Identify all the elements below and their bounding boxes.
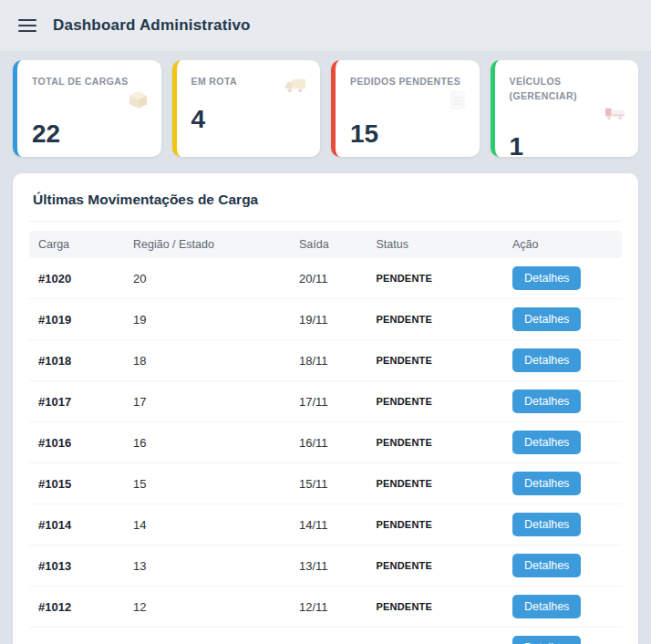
clipboard-icon [448, 89, 467, 114]
table-row: #1015 15 15/11 PENDENTE Detalhes [29, 463, 622, 504]
status-cell: PENDENTE [367, 463, 504, 504]
detalhes-button[interactable]: Detalhes [512, 431, 581, 454]
menu-hamburger-icon[interactable] [18, 19, 36, 32]
saida-cell: 14/11 [290, 504, 367, 545]
status-cell: PENDENTE [367, 504, 504, 545]
cargas-table: Carga Região / Estado Saída Status Ação … [29, 231, 622, 644]
regiao-cell: 16 [124, 422, 290, 463]
regiao-cell: 14 [124, 504, 290, 545]
carga-cell: #1011 [29, 628, 124, 644]
regiao-cell: 13 [124, 545, 290, 587]
table-row: #1011 11 11/11 PENDENTE Detalhes [29, 628, 622, 644]
detalhes-button[interactable]: Detalhes [512, 636, 581, 644]
carga-cell: #1013 [29, 545, 124, 587]
carga-cell: #1018 [29, 340, 124, 381]
card-value: 1 [510, 134, 626, 160]
carga-cell: #1014 [29, 504, 124, 545]
stat-cards-row: TOTAL DE CARGAS 22 EM ROTA [13, 60, 638, 157]
status-cell: PENDENTE [367, 422, 504, 463]
saida-cell: 15/11 [290, 463, 367, 504]
saida-cell: 17/11 [290, 381, 367, 422]
status-cell: PENDENTE [367, 258, 504, 299]
status-cell: PENDENTE [367, 340, 504, 381]
carga-cell: #1019 [29, 299, 124, 340]
column-header-regiao: Região / Estado [124, 231, 290, 258]
saida-cell: 13/11 [290, 545, 367, 587]
card-pedidos-pendentes: PEDIDOS PENDENTES 15 [331, 60, 480, 157]
card-label: PEDIDOS PENDENTES [350, 75, 460, 89]
detalhes-button[interactable]: Detalhes [512, 513, 581, 536]
table-row: #1020 20 20/11 PENDENTE Detalhes [29, 258, 622, 299]
movimentacoes-panel: Últimas Movimentações de Carga Carga Reg… [13, 173, 638, 644]
column-header-status: Status [367, 231, 504, 258]
table-header-row: Carga Região / Estado Saída Status Ação [29, 231, 622, 258]
card-label: EM ROTA [191, 75, 237, 89]
column-header-acao: Ação [503, 231, 622, 258]
detalhes-button[interactable]: Detalhes [512, 472, 581, 495]
table-body: #1020 20 20/11 PENDENTE Detalhes #1019 1… [29, 258, 622, 644]
card-em-rota: EM ROTA 4 [172, 60, 321, 157]
delivery-truck-icon [284, 75, 307, 99]
table-row: #1016 16 16/11 PENDENTE Detalhes [29, 422, 622, 463]
carga-cell: #1012 [29, 587, 124, 628]
saida-cell: 16/11 [290, 422, 367, 463]
saida-cell: 19/11 [290, 299, 367, 340]
status-cell: PENDENTE [367, 545, 504, 587]
regiao-cell: 12 [124, 587, 290, 628]
regiao-cell: 15 [124, 463, 290, 504]
status-cell: PENDENTE [367, 628, 504, 644]
table-row: #1017 17 17/11 PENDENTE Detalhes [29, 381, 622, 422]
carga-cell: #1017 [29, 381, 124, 422]
regiao-cell: 11 [124, 628, 290, 644]
card-label: VEÍCULOS (GERENCIAR) [510, 75, 626, 104]
regiao-cell: 20 [124, 258, 290, 299]
regiao-cell: 17 [124, 381, 290, 422]
saida-cell: 18/11 [290, 340, 367, 381]
table-row: #1018 18 18/11 PENDENTE Detalhes [29, 340, 622, 381]
detalhes-button[interactable]: Detalhes [512, 390, 581, 413]
table-row: #1012 12 12/11 PENDENTE Detalhes [29, 587, 622, 628]
panel-divider [29, 221, 622, 222]
card-value: 4 [191, 107, 308, 132]
carga-cell: #1020 [29, 258, 124, 299]
table-row: #1013 13 13/11 PENDENTE Detalhes [29, 545, 622, 587]
card-value: 22 [32, 121, 149, 147]
detalhes-button[interactable]: Detalhes [512, 554, 581, 577]
column-header-carga: Carga [29, 231, 124, 258]
regiao-cell: 18 [124, 340, 290, 381]
status-cell: PENDENTE [367, 587, 504, 628]
card-total-de-cargas: TOTAL DE CARGAS 22 [13, 60, 161, 157]
detalhes-button[interactable]: Detalhes [512, 595, 581, 618]
saida-cell: 11/11 [290, 628, 367, 644]
package-icon [128, 89, 149, 114]
status-cell: PENDENTE [367, 381, 504, 422]
detalhes-button[interactable]: Detalhes [512, 307, 581, 331]
detalhes-button[interactable]: Detalhes [512, 348, 581, 372]
panel-title: Últimas Movimentações de Carga [29, 192, 622, 208]
card-value: 15 [350, 121, 467, 147]
topbar: Dashboard Administrativo [0, 0, 651, 51]
detalhes-button[interactable]: Detalhes [512, 266, 581, 290]
carga-cell: #1016 [29, 422, 124, 463]
card-veiculos-gerenciar: VEÍCULOS (GERENCIAR) 1 [491, 60, 639, 157]
carga-cell: #1015 [29, 463, 124, 504]
page-title: Dashboard Administrativo [53, 16, 251, 35]
saida-cell: 12/11 [290, 587, 367, 628]
regiao-cell: 19 [124, 299, 290, 340]
status-cell: PENDENTE [367, 299, 504, 340]
lorry-icon [604, 104, 625, 127]
card-label: TOTAL DE CARGAS [32, 75, 129, 89]
saida-cell: 20/11 [290, 258, 367, 299]
table-row: #1019 19 19/11 PENDENTE Detalhes [29, 299, 622, 340]
table-row: #1014 14 14/11 PENDENTE Detalhes [29, 504, 622, 545]
column-header-saida: Saída [290, 231, 367, 258]
